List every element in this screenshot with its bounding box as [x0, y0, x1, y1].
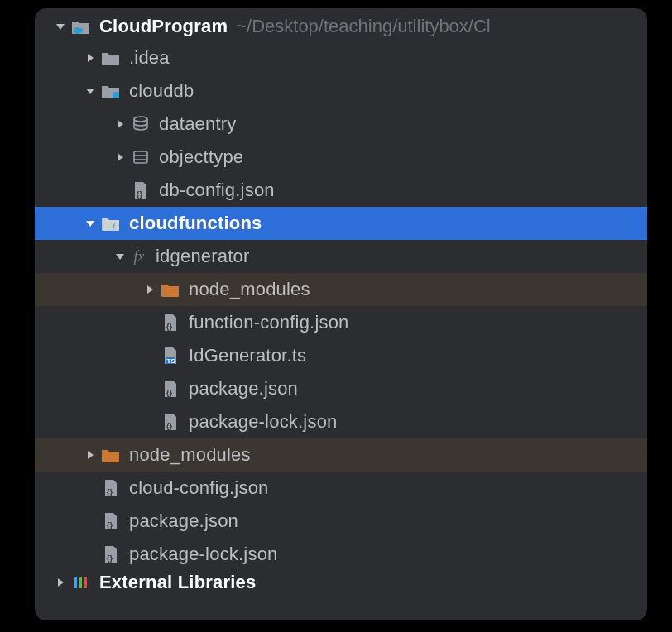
tree-item-dataentry[interactable]: dataentry: [35, 108, 647, 141]
folder-fn-icon: f: [99, 212, 122, 235]
tree-item-package-json-inner[interactable]: {} package.json: [35, 372, 647, 405]
tree-item-label: db-config.json: [159, 180, 275, 201]
svg-text:{}: {}: [107, 554, 113, 563]
tree-item-label: CloudProgram: [99, 16, 228, 37]
tree-item-label: function-config.json: [189, 312, 349, 333]
chevron-down-icon[interactable]: [81, 85, 99, 97]
svg-rect-20: [79, 577, 82, 588]
project-tree-panel[interactable]: CloudProgram ~/Desktop/teaching/utilityb…: [35, 8, 647, 620]
tree-item-label: package.json: [189, 378, 298, 400]
tree-item-label: clouddb: [129, 80, 194, 102]
json-file-icon: {}: [159, 377, 182, 400]
folder-icon: [99, 443, 122, 467]
tree-item-label: idgenerator: [156, 246, 250, 267]
tree-item-label: package-lock.json: [189, 411, 338, 433]
svg-point-4: [113, 95, 119, 98]
tree-item-node-modules-inner[interactable]: node_modules: [35, 273, 647, 306]
tree-item-label: .idea: [129, 47, 170, 69]
svg-text:TS: TS: [167, 357, 176, 365]
svg-point-5: [134, 117, 147, 122]
tree-item-objecttype[interactable]: objecttype: [35, 141, 647, 174]
chevron-right-icon[interactable]: [141, 284, 159, 295]
tree-root-row[interactable]: CloudProgram ~/Desktop/teaching/utilityb…: [35, 8, 647, 41]
tree-item-cloudfunctions[interactable]: f cloudfunctions: [35, 207, 647, 240]
svg-rect-6: [134, 151, 147, 163]
json-file-icon: {}: [159, 311, 182, 334]
chevron-right-icon[interactable]: [81, 449, 99, 461]
tree-item-label: objecttype: [159, 146, 243, 168]
tree-item-package-lock[interactable]: {} package-lock.json: [35, 538, 647, 571]
svg-text:{}: {}: [166, 323, 173, 331]
tree-item-path: ~/Desktop/teaching/utilitybox/Cl: [236, 16, 491, 37]
tree-item-idea[interactable]: .idea: [35, 41, 647, 74]
tree-item-db-config[interactable]: {} db-config.json: [35, 174, 647, 207]
ts-file-icon: TS: [159, 344, 182, 367]
tree-item-label: node_modules: [189, 279, 310, 300]
tree-item-idgenerator-ts[interactable]: TS IdGenerator.ts: [35, 339, 647, 372]
folder-icon: [99, 46, 122, 69]
tree-item-label: package.json: [129, 510, 238, 532]
svg-text:{}: {}: [137, 190, 143, 199]
tree-item-package-json[interactable]: {} package.json: [35, 505, 647, 538]
tree-item-cloud-config[interactable]: {} cloud-config.json: [35, 472, 647, 505]
tree-item-function-config[interactable]: {} function-config.json: [35, 306, 647, 339]
tree-item-package-lock-inner[interactable]: {} package-lock.json: [35, 405, 647, 438]
tree-item-idgenerator[interactable]: fx idgenerator: [35, 240, 647, 273]
svg-rect-21: [84, 577, 87, 588]
json-file-icon: {}: [99, 476, 122, 500]
chevron-right-icon[interactable]: [111, 118, 129, 130]
tree-item-label: cloud-config.json: [129, 477, 269, 499]
chevron-right-icon[interactable]: [111, 151, 129, 163]
svg-text:{}: {}: [166, 389, 173, 397]
svg-text:{}: {}: [107, 488, 113, 496]
chevron-down-icon[interactable]: [51, 21, 70, 32]
folder-db-icon: [99, 79, 122, 103]
folder-icon: [159, 278, 182, 301]
json-file-icon: {}: [99, 543, 122, 566]
tree-item-label: package-lock.json: [129, 543, 278, 565]
library-icon: [70, 571, 93, 594]
db-stack-icon: [129, 113, 152, 136]
tree-item-label: dataentry: [159, 113, 237, 135]
folder-cloud-icon: [70, 15, 93, 38]
chevron-right-icon[interactable]: [51, 577, 70, 588]
fx-icon: fx: [129, 248, 149, 266]
tree-item-external-libraries[interactable]: External Libraries: [35, 571, 647, 594]
svg-text:{}: {}: [107, 521, 113, 529]
json-file-icon: {}: [129, 179, 152, 202]
svg-text:{}: {}: [166, 422, 173, 430]
tree-item-node-modules[interactable]: node_modules: [35, 438, 647, 472]
svg-rect-19: [74, 577, 77, 588]
chevron-down-icon[interactable]: [111, 251, 129, 262]
json-file-icon: {}: [159, 410, 182, 433]
chevron-down-icon[interactable]: [81, 218, 99, 229]
tree-item-label: cloudfunctions: [129, 213, 262, 234]
svg-point-1: [78, 28, 83, 33]
chevron-right-icon[interactable]: [81, 52, 99, 64]
tree-item-label: External Libraries: [99, 572, 256, 593]
db-table-icon: [129, 146, 152, 169]
tree-item-label: IdGenerator.ts: [189, 345, 306, 366]
tree-item-label: node_modules: [129, 444, 251, 466]
tree-item-clouddb[interactable]: clouddb: [35, 74, 647, 108]
json-file-icon: {}: [99, 510, 122, 533]
